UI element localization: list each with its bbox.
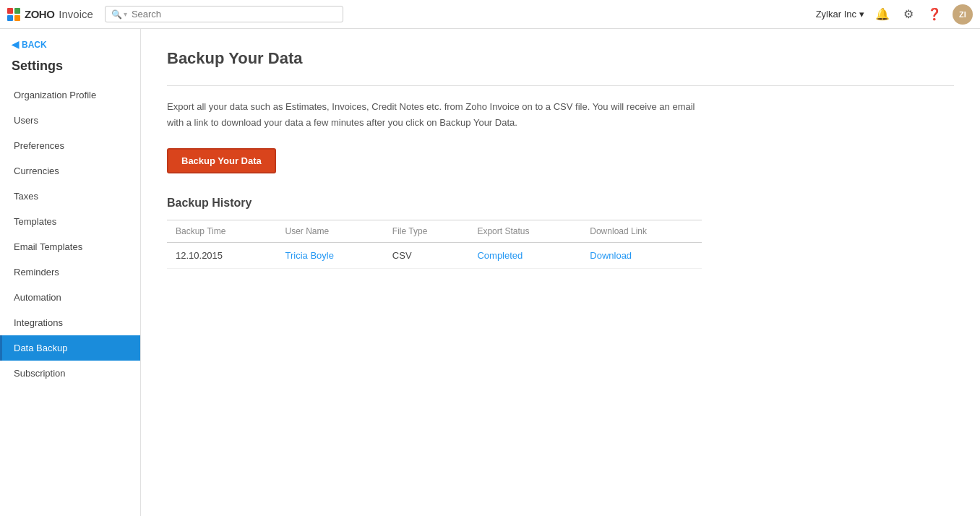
sidebar-item-automation[interactable]: Automation bbox=[0, 285, 140, 310]
sidebar-item-email-templates[interactable]: Email Templates bbox=[0, 234, 140, 259]
sidebar-item-users[interactable]: Users bbox=[0, 108, 140, 133]
description: Export all your data such as Estimates, … bbox=[167, 99, 702, 131]
download-link[interactable]: Download bbox=[590, 250, 632, 261]
sidebar-item-preferences[interactable]: Preferences bbox=[0, 133, 140, 158]
table-row: 12.10.2015Tricia BoyleCSVCompletedDownlo… bbox=[167, 243, 702, 269]
org-selector[interactable]: Zylkar Inc ▾ bbox=[816, 9, 864, 20]
back-arrow-icon: ◀ bbox=[12, 39, 19, 50]
sidebar-item-subscription[interactable]: Subscription bbox=[0, 361, 140, 386]
cell-backup-time: 12.10.2015 bbox=[167, 243, 277, 269]
search-input[interactable] bbox=[132, 9, 337, 20]
sidebar-item-reminders[interactable]: Reminders bbox=[0, 259, 140, 285]
sidebar-item-taxes[interactable]: Taxes bbox=[0, 184, 140, 209]
user-name-link[interactable]: Tricia Boyle bbox=[285, 250, 334, 261]
sidebar-item-templates[interactable]: Templates bbox=[0, 209, 140, 234]
help-icon[interactable]: ❓ bbox=[927, 7, 942, 22]
col-user-name: User Name bbox=[277, 220, 384, 243]
cell-download-link[interactable]: Download bbox=[581, 243, 702, 269]
app-name: Invoice bbox=[59, 8, 93, 20]
search-icon[interactable]: 🔍 ▾ bbox=[111, 9, 127, 20]
back-button[interactable]: ◀ BACK bbox=[0, 29, 140, 56]
notifications-icon[interactable]: 🔔 bbox=[874, 7, 890, 22]
col-export-status: Export Status bbox=[468, 220, 581, 243]
back-label: BACK bbox=[22, 40, 47, 50]
cell-file-type: CSV bbox=[384, 243, 469, 269]
topnav-right: Zylkar Inc ▾ 🔔 ⚙ ❓ ZI bbox=[816, 4, 973, 25]
org-dropdown-icon: ▾ bbox=[859, 9, 864, 20]
export-status-value: Completed bbox=[477, 250, 523, 261]
zoho-text: ZOHO bbox=[25, 8, 54, 20]
settings-icon[interactable]: ⚙ bbox=[901, 7, 916, 22]
sidebar-item-org-profile[interactable]: Organization Profile bbox=[0, 82, 140, 108]
col-download-link: Download Link bbox=[581, 220, 702, 243]
cell-export-status: Completed bbox=[468, 243, 581, 269]
sidebar: ◀ BACK Settings Organization Profile Use… bbox=[0, 29, 141, 516]
divider bbox=[167, 85, 954, 86]
backup-your-data-button[interactable]: Backup Your Data bbox=[167, 148, 276, 173]
avatar[interactable]: ZI bbox=[953, 4, 973, 25]
col-file-type: File Type bbox=[384, 220, 469, 243]
main-content: Backup Your Data Export all your data su… bbox=[141, 29, 980, 516]
table-header-row: Backup Time User Name File Type Export S… bbox=[167, 220, 702, 243]
layout: ◀ BACK Settings Organization Profile Use… bbox=[0, 29, 980, 516]
sidebar-item-currencies[interactable]: Currencies bbox=[0, 158, 140, 184]
zoho-logo-grid bbox=[7, 8, 20, 21]
sidebar-item-integrations[interactable]: Integrations bbox=[0, 310, 140, 335]
col-backup-time: Backup Time bbox=[167, 220, 277, 243]
logo[interactable]: ZOHO Invoice bbox=[7, 8, 93, 21]
history-section-title: Backup History bbox=[167, 197, 954, 210]
backup-history-table: Backup Time User Name File Type Export S… bbox=[167, 220, 702, 269]
cell-user-name[interactable]: Tricia Boyle bbox=[277, 243, 384, 269]
page-title: Backup Your Data bbox=[167, 49, 954, 68]
org-name-label: Zylkar Inc bbox=[816, 9, 856, 20]
topnav: ZOHO Invoice 🔍 ▾ Zylkar Inc ▾ 🔔 ⚙ ❓ ZI bbox=[0, 0, 980, 29]
sidebar-title: Settings bbox=[0, 56, 140, 82]
sidebar-item-data-backup[interactable]: Data Backup bbox=[0, 335, 140, 361]
search-bar[interactable]: 🔍 ▾ bbox=[105, 6, 343, 22]
